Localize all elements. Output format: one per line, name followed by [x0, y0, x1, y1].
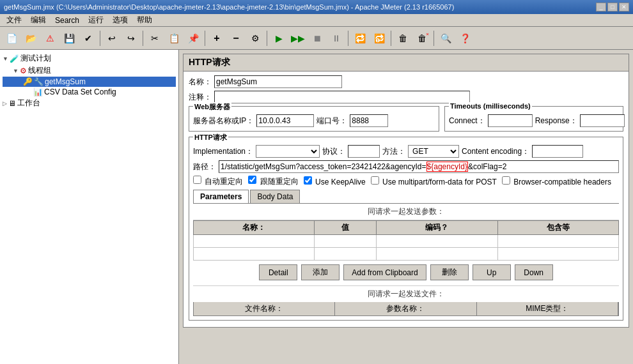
web-server-title: Web服务器 [193, 102, 231, 112]
path-display[interactable]: 1/statistic/getMsgSum?access_token=23421… [219, 160, 619, 173]
follow-redirect-label[interactable]: 跟随重定向 [248, 176, 298, 187]
down-button[interactable]: Down [515, 264, 553, 280]
tree-item-workbench[interactable]: ▷ 🖥 工作台 [3, 97, 176, 109]
keep-alive-label[interactable]: Use KeepAlive [304, 176, 366, 186]
redo-button[interactable]: ↪ [122, 29, 140, 47]
multipart-checkbox[interactable] [371, 176, 379, 185]
protocol-input[interactable] [348, 145, 380, 158]
up-button[interactable]: Up [473, 264, 511, 280]
method-select[interactable]: GET POST PUT DELETE [408, 145, 459, 158]
window-controls[interactable]: _ □ ✕ [596, 3, 629, 11]
server-row: 服务器名称或IP： 端口号： [193, 109, 435, 127]
name-row: 名称： [189, 75, 623, 88]
remote-button[interactable]: ⚙ [246, 29, 264, 47]
tab-parameters[interactable]: Parameters [193, 190, 249, 203]
error-button[interactable]: ⚠ [41, 29, 59, 47]
port-label: 端口号： [316, 116, 347, 126]
web-server-section: Web服务器 服务器名称或IP： 端口号： [189, 106, 439, 132]
menu-options[interactable]: 选项 [109, 14, 132, 26]
separator-3 [205, 31, 205, 46]
multipart-label[interactable]: Use multipart/form-data for POST [371, 176, 497, 186]
menu-edit[interactable]: 编辑 [27, 14, 50, 26]
server-label: 服务器名称或IP： [193, 116, 254, 126]
close-button[interactable]: ✕ [619, 3, 629, 11]
http-request-section-title: HTTP请求 [193, 133, 228, 142]
add-from-clipboard-button[interactable]: Add from Clipboard [343, 264, 426, 280]
server-input[interactable] [256, 114, 314, 127]
checkboxes-row: 自动重定向 跟随重定向 Use KeepAlive [193, 176, 619, 187]
new-button[interactable]: 📄 [3, 29, 20, 47]
add-button[interactable]: 添加 [301, 264, 340, 280]
workbench-expand-icon[interactable]: ▷ [3, 100, 7, 107]
thread-expand-icon[interactable]: ▼ [13, 68, 19, 74]
remote-stop-button[interactable]: 🔂 [370, 29, 388, 47]
key-icon: 🔑 [23, 77, 33, 86]
empty-cell-8 [497, 248, 618, 261]
stop-all-button[interactable]: ⏸ [327, 29, 345, 47]
response-input[interactable] [580, 114, 625, 127]
name-input[interactable] [214, 75, 342, 88]
clear-all-button[interactable]: 🗑× [413, 29, 431, 47]
col-encode: 编码？ [377, 221, 497, 235]
stop-button[interactable]: ⏹ [308, 29, 326, 47]
search-button[interactable]: 🔍 [437, 29, 455, 47]
maximize-button[interactable]: □ [607, 3, 618, 11]
run-button[interactable]: ▶ [270, 29, 288, 47]
run-all-button[interactable]: ▶▶ [289, 29, 307, 47]
encoding-label: Content encoding： [462, 146, 529, 157]
help-button[interactable]: ❓ [456, 29, 474, 47]
impl-row: Implementation： 协议： 方法： GET POST PUT [193, 145, 619, 158]
minimize-button[interactable]: _ [596, 3, 606, 11]
col-name: 名称： [194, 221, 315, 235]
delete-button[interactable]: 删除 [430, 264, 469, 280]
connect-input[interactable] [488, 114, 533, 127]
collapse-button[interactable]: − [227, 29, 245, 47]
csv-icon: 📊 [33, 87, 43, 96]
expand-button[interactable]: + [208, 29, 226, 47]
method-label: 方法： [382, 146, 405, 157]
tree-item-getmsgsum[interactable]: 🔑 🔧 getMsgSum [3, 77, 176, 87]
tree-item-thread-group[interactable]: ▼ ⚙ 线程组 [3, 64, 176, 77]
encoding-input[interactable] [532, 145, 583, 158]
empty-row-1 [194, 235, 619, 248]
files-col-mimetype: MIME类型： [477, 302, 618, 315]
port-input[interactable] [350, 114, 388, 127]
path-suffix-text: &colFlag=2 [468, 162, 506, 171]
compatible-label[interactable]: Browser-compatible headers [502, 176, 611, 186]
copy-button[interactable]: 📋 [165, 29, 183, 47]
menu-file[interactable]: 文件 [3, 14, 26, 26]
empty-cell-2 [315, 235, 377, 248]
thread-group-icon: ⚙ [20, 66, 27, 75]
clear-button[interactable]: 🗑 [394, 29, 412, 47]
comment-input[interactable] [214, 91, 470, 103]
detail-button[interactable]: Detail [259, 264, 297, 280]
menu-help[interactable]: 帮助 [133, 14, 156, 26]
compatible-text: Browser-compatible headers [513, 178, 611, 186]
workbench-label: 工作台 [17, 98, 40, 109]
empty-cell-3 [377, 235, 497, 248]
separator-1 [100, 31, 100, 46]
menu-search[interactable]: Search [51, 15, 83, 26]
save-button[interactable]: 💾 [60, 29, 78, 47]
paste-button[interactable]: 📌 [184, 29, 202, 47]
expand-icon[interactable]: ▼ [3, 56, 8, 62]
separator-2 [143, 31, 143, 46]
tree-item-csv[interactable]: 📊 CSV Data Set Config [3, 87, 176, 97]
auto-redirect-checkbox[interactable] [193, 176, 201, 184]
auto-redirect-label[interactable]: 自动重定向 [193, 176, 243, 187]
check-button[interactable]: ✔ [79, 29, 97, 47]
server-timeouts-container: Web服务器 服务器名称或IP： 端口号： Timeouts (millisec… [189, 106, 623, 134]
keep-alive-checkbox[interactable] [304, 176, 312, 185]
follow-redirect-checkbox[interactable] [248, 176, 256, 184]
tree-item-test-plan[interactable]: ▼ 🧪 测试计划 [3, 52, 176, 64]
cut-button[interactable]: ✂ [146, 29, 164, 47]
remote-run-button[interactable]: 🔁 [351, 29, 369, 47]
open-button[interactable]: 📂 [22, 29, 40, 47]
tab-body-data[interactable]: Body Data [250, 190, 300, 203]
undo-button[interactable]: ↩ [103, 29, 121, 47]
menu-run[interactable]: 运行 [84, 14, 107, 26]
http-request-body: Implementation： 协议： 方法： GET POST PUT [193, 140, 619, 316]
right-panel: HTTP请求 名称： 注释： [179, 50, 633, 364]
impl-select[interactable] [256, 145, 320, 158]
compatible-checkbox[interactable] [502, 176, 510, 185]
